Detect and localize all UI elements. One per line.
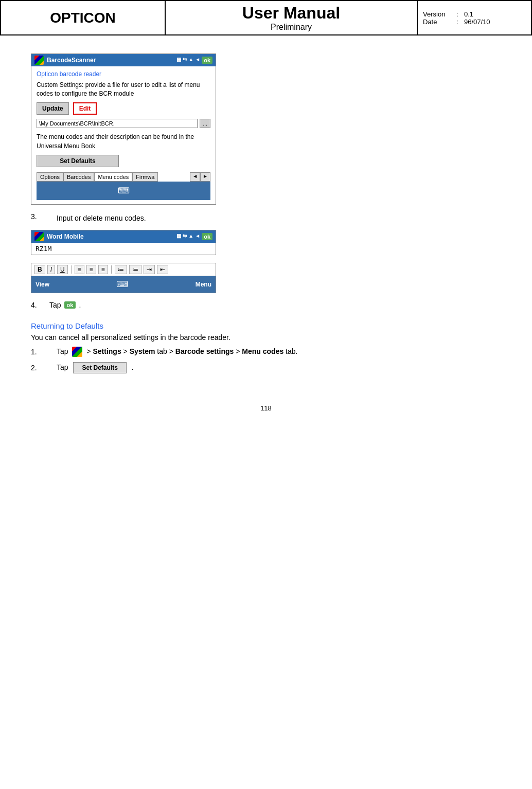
opticon-link[interactable]: Opticon barcode reader	[37, 70, 210, 78]
divider-2	[111, 265, 112, 274]
version-label: Version	[423, 10, 454, 18]
outdent-button[interactable]: ⇤	[157, 265, 168, 274]
bold-button[interactable]: B	[34, 265, 45, 274]
menu-codes-bold: Menu codes	[242, 347, 283, 355]
step-3-num: 3.	[31, 212, 46, 221]
keyboard-icon-format: ⌨	[116, 279, 128, 289]
returning-step1-num: 1.	[31, 348, 46, 356]
align-left-button[interactable]: ≡	[75, 265, 84, 274]
tab-barcodes[interactable]: Barcodes	[63, 172, 94, 182]
tap-label: Tap	[57, 347, 68, 355]
rz1m-text: RZ1M	[31, 243, 216, 255]
align-right-button[interactable]: ≡	[98, 265, 108, 274]
list-ordered-button[interactable]: ≔	[115, 265, 127, 274]
barcode-icon-word: ▦	[176, 233, 181, 240]
custom-settings-description: Custom Settings: provide a file for user…	[37, 81, 210, 98]
browse-button[interactable]: ...	[200, 119, 210, 128]
version-row: Version : 0.1	[423, 10, 526, 18]
volume-icon-word: ◄	[195, 233, 200, 240]
file-input-row: ...	[37, 119, 210, 128]
tab-arrows: ◄ ►	[190, 172, 210, 182]
returning-description: You can cancel all personalized settings…	[31, 333, 501, 342]
returning-tab1: tab >	[155, 347, 175, 355]
returning-gt1: >	[86, 347, 93, 355]
returning-tabtxt: tab.	[283, 347, 297, 355]
returning-step2: 2. Tap Set Defaults .	[31, 362, 501, 373]
step-4-tap-text: Tap	[49, 301, 61, 309]
returning-heading: Returning to Defaults	[31, 321, 501, 330]
returning-gt2: >	[121, 347, 130, 355]
list-bullet-button[interactable]: ≔	[129, 265, 141, 274]
version-colon: :	[456, 10, 462, 18]
word-titlebar: Word Mobile ▦ ⇆ ▲ ◄ ok	[31, 230, 216, 243]
returning-gt3: >	[234, 347, 242, 355]
set-defaults-button-screen1[interactable]: Set Defaults	[37, 155, 119, 167]
word-title: Word Mobile	[47, 233, 173, 240]
ok-badge-step4: ok	[64, 301, 76, 309]
wifi-icon-word: ▲	[188, 233, 193, 240]
underline-button[interactable]: U	[57, 265, 68, 274]
format-toolbar-screen: B I U ≡ ≡ ≡ ≔ ≔ ⇥ ⇤ View ⌨ Menu	[31, 263, 216, 293]
tabs-row: Options Barcodes Menu codes Firmwa ◄ ►	[37, 172, 210, 182]
tab-prev-arrow[interactable]: ◄	[190, 172, 200, 182]
format-bottom-bar: View ⌨ Menu	[31, 276, 216, 293]
version-value: 0.1	[464, 10, 473, 18]
indent-button[interactable]: ⇥	[144, 265, 155, 274]
barcode-titlebar: BarcodeScanner ▦ ⇆ ▲ ◄ ok	[31, 54, 216, 66]
barcode-body: Opticon barcode reader Custom Settings: …	[31, 66, 216, 204]
signal-icon-word: ⇆	[183, 233, 187, 240]
settings-bold: Settings	[93, 347, 121, 355]
ok-button-screen1[interactable]: ok	[202, 57, 212, 64]
date-label: Date	[423, 18, 454, 26]
returning-step1: 1. Tap > Settings > System tab > Barcode…	[31, 347, 501, 357]
step-4: 4. Tap ok .	[31, 301, 501, 309]
tab-options[interactable]: Options	[37, 172, 63, 182]
format-toolbar: B I U ≡ ≡ ≡ ≔ ≔ ⇥ ⇤	[31, 263, 216, 276]
menu-button[interactable]: Menu	[196, 281, 211, 288]
manual-subtitle: Preliminary	[271, 23, 312, 32]
divider-1	[71, 265, 72, 274]
edit-button[interactable]: Edit	[73, 102, 97, 115]
date-colon: :	[456, 18, 462, 26]
ok-button-word[interactable]: ok	[202, 233, 212, 240]
manual-title: User Manual	[242, 4, 340, 23]
date-value: 96/07/10	[464, 18, 490, 26]
wifi-icon: ▲	[188, 57, 193, 64]
signal-icon: ⇆	[183, 57, 187, 64]
page-number: 118	[0, 404, 532, 412]
returning-to-defaults-section: Returning to Defaults You can cancel all…	[31, 321, 501, 373]
barcode-icon: ▦	[176, 57, 181, 64]
returning-step1-content: Tap > Settings > System tab > Barcode se…	[57, 347, 297, 357]
windows-start-icon	[72, 347, 82, 357]
step-4-num: 4.	[31, 301, 46, 309]
titlebar-icons: ▦ ⇆ ▲ ◄ ok	[176, 57, 212, 64]
set-defaults-inline-button: Set Defaults	[73, 362, 126, 373]
update-button[interactable]: Update	[37, 102, 69, 115]
align-center-button[interactable]: ≡	[86, 265, 96, 274]
returning-step2-content: Tap Set Defaults .	[57, 362, 134, 373]
word-titlebar-icons: ▦ ⇆ ▲ ◄ ok	[176, 233, 212, 240]
step-4-period: .	[79, 301, 81, 309]
italic-button[interactable]: I	[47, 265, 55, 274]
word-mobile-screen: Word Mobile ▦ ⇆ ▲ ◄ ok RZ1M	[31, 230, 216, 255]
menu-code-note: The menu codes and their description can…	[37, 132, 210, 151]
tab-menucodes[interactable]: Menu codes	[94, 172, 132, 182]
keyboard-icon: ⌨	[118, 186, 130, 195]
barcode-title: BarcodeScanner	[47, 57, 173, 64]
page-header: OPTICON User Manual Preliminary Version …	[0, 0, 532, 35]
view-button[interactable]: View	[36, 281, 49, 288]
company-logo: OPTICON	[1, 1, 166, 34]
system-bold: System	[130, 347, 155, 355]
file-path-input[interactable]	[37, 119, 198, 128]
tab-firmware[interactable]: Firmwa	[132, 172, 158, 182]
barcode-settings-bold: Barcode settings	[175, 347, 234, 355]
step-3: 3. Input or delete menu codes.	[31, 212, 501, 224]
update-edit-buttons: Update Edit	[37, 102, 210, 115]
document-title: User Manual Preliminary	[166, 1, 418, 34]
tab-next-arrow[interactable]: ►	[200, 172, 210, 182]
keyboard-area: ⌨	[37, 182, 210, 200]
returning-step2-num: 2.	[31, 364, 46, 372]
windows-icon-word	[34, 232, 44, 241]
step-3-text: Input or delete menu codes.	[57, 212, 146, 224]
document-meta: Version : 0.1 Date : 96/07/10	[418, 1, 531, 34]
